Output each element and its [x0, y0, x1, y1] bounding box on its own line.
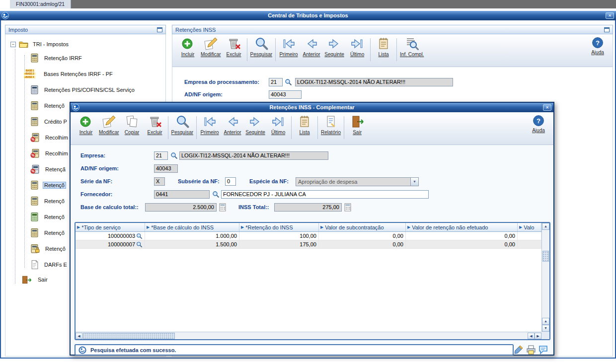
- cell-base-calculo[interactable]: 1.500,00: [145, 240, 239, 248]
- search-small-icon[interactable]: [136, 241, 143, 248]
- ultimo-button[interactable]: Último: [346, 36, 369, 58]
- last-icon: [350, 36, 365, 51]
- especie-select[interactable]: Apropriação de despesa ▼: [296, 177, 419, 186]
- cell-subcontratacao[interactable]: 0,00: [319, 240, 406, 248]
- cell-tipo-servico[interactable]: 100000003: [76, 232, 145, 240]
- inf-compl-button[interactable]: Inf. Compl.: [398, 36, 425, 58]
- scroll-up-icon[interactable]: ▲: [542, 223, 549, 230]
- tree-root-label: TRI - Impostos: [31, 41, 70, 48]
- empresa-name-field[interactable]: LOGIX-TI12-MSSQL-2014 NÃO ALTERAR!!!: [179, 151, 328, 160]
- vertical-scrollbar[interactable]: ▲ ▲ ▼: [541, 223, 549, 332]
- ultimo-button[interactable]: Último: [267, 114, 290, 136]
- chevron-down-icon[interactable]: ▼: [410, 178, 418, 186]
- cell-retencao-nao-efetuado[interactable]: 0,00: [406, 232, 518, 240]
- edit-pencil-icon[interactable]: [514, 345, 524, 355]
- seguinte-button[interactable]: Seguinte: [323, 36, 346, 58]
- adnf-field[interactable]: 40043: [154, 164, 178, 173]
- calculator-button-icon[interactable]: [219, 203, 227, 212]
- adnf-row: AD/NF origem: 40043: [71, 164, 553, 174]
- lookup-search-icon[interactable]: [285, 78, 292, 86]
- scroll-up-icon[interactable]: ▲: [542, 318, 549, 325]
- previous-icon: [304, 36, 319, 51]
- column-header-base-calculo[interactable]: ▶*Base de cálculo do INSS: [145, 223, 239, 231]
- primeiro-button[interactable]: Primeiro: [277, 36, 300, 58]
- main-titlebar[interactable]: Central de Tributos e Impostos ✕: [0, 11, 616, 20]
- calculator-button-icon[interactable]: [344, 203, 352, 212]
- cell-retencao[interactable]: 175,00: [239, 240, 319, 248]
- copiar-button[interactable]: Copiar: [121, 114, 144, 136]
- incluir-button[interactable]: Incluir: [176, 36, 199, 58]
- excluir-button[interactable]: Excluir: [223, 36, 245, 58]
- table-row[interactable]: 100000003 1.000,00 100,00 0,00 0,00: [76, 232, 541, 240]
- anterior-button[interactable]: Anterior: [300, 36, 323, 58]
- lista-button[interactable]: Lista: [372, 36, 395, 58]
- message-bubble-icon[interactable]: [539, 345, 548, 355]
- scroll-down-icon[interactable]: ▼: [542, 325, 549, 332]
- cell-retencao-nao-efetuado[interactable]: 0,00: [406, 240, 518, 248]
- pesquisar-button[interactable]: Pesquisar: [249, 36, 274, 58]
- cell-valo[interactable]: [518, 232, 541, 240]
- serie-field[interactable]: X: [154, 177, 165, 186]
- fornecedor-name-field[interactable]: FORNECEDOR PJ - JULIANA CA: [221, 190, 429, 199]
- subserie-field[interactable]: 0: [225, 177, 236, 186]
- seguinte-button[interactable]: Seguinte: [244, 114, 267, 136]
- cell-base-calculo[interactable]: 1.000,00: [145, 232, 239, 240]
- modificar-button[interactable]: Modificar: [97, 114, 121, 136]
- column-header-subcontratacao[interactable]: ▶Valor de subcontratação: [319, 223, 406, 231]
- session-tab[interactable]: FIN30001:admlog/21: [10, 0, 71, 8]
- panel-restore-icon[interactable]: [604, 27, 610, 32]
- empresa-code-field[interactable]: 21: [269, 78, 283, 86]
- adnf-origem-field[interactable]: 40043: [269, 90, 302, 99]
- empresa-name-field[interactable]: LOGIX-TI12-MSSQL-2014 NÃO ALTERAR!!!: [295, 78, 453, 86]
- calculator-icon: [30, 228, 39, 238]
- excluir-button[interactable]: Excluir: [144, 114, 166, 136]
- sidebar-item-bases-retencoes[interactable]: BASE 1 +BASE 2 +BASE 4 Bases Retenções I…: [5, 66, 165, 82]
- anterior-button[interactable]: Anterior: [221, 114, 244, 136]
- close-icon[interactable]: ✕: [543, 104, 551, 111]
- ajuda-button[interactable]: ? Ajuda: [528, 114, 549, 133]
- lista-button[interactable]: Lista: [293, 114, 316, 136]
- column-header-retencao[interactable]: ▶*Retenção do INSS: [239, 223, 319, 231]
- inss-total-field[interactable]: 275,00: [274, 203, 342, 212]
- sidebar-item-retencao-irrf[interactable]: Retenção IRRF: [5, 50, 165, 66]
- search-small-icon[interactable]: [136, 233, 143, 239]
- horizontal-scroll-thumb[interactable]: [83, 333, 175, 339]
- calculator-icon: [30, 101, 39, 111]
- cell-tipo-servico[interactable]: 100000007: [76, 240, 145, 248]
- tree-item-label: Recolhim: [44, 134, 70, 141]
- window-title: Central de Tributos e Impostos: [0, 11, 616, 20]
- cell-retencao[interactable]: 100,00: [239, 232, 319, 240]
- ajuda-button[interactable]: ? Ajuda: [587, 36, 609, 55]
- base-total-field[interactable]: 2.500,00: [145, 203, 217, 212]
- svg-text:+BASE 4: +BASE 4: [24, 76, 34, 78]
- column-header-retencao-nao-efetuado[interactable]: ▶Valor de retenção não efetuado: [406, 223, 518, 231]
- scroll-left-icon[interactable]: ◀: [76, 333, 82, 339]
- lookup-search-icon[interactable]: [170, 152, 178, 159]
- table-row[interactable]: 100000007 1.500,00 175,00 0,00 0,00: [76, 240, 541, 249]
- scroll-left-icon[interactable]: ◀: [528, 333, 535, 339]
- scroll-right-icon[interactable]: ▶: [535, 333, 541, 339]
- collapse-icon[interactable]: −: [10, 42, 16, 47]
- horizontal-scrollbar[interactable]: ◀ ◀ ▶: [76, 332, 541, 339]
- modal-titlebar[interactable]: Retenções INSS - Complementar ✕: [71, 103, 553, 112]
- panel-restore-icon[interactable]: [157, 27, 162, 32]
- close-icon[interactable]: ✕: [606, 12, 614, 19]
- cell-valo[interactable]: [518, 240, 541, 248]
- tree-root-impostos[interactable]: − TRI - Impostos: [5, 38, 165, 50]
- screen: FIN30001:admlog/21 Central de Tributos e…: [0, 0, 616, 364]
- primeiro-button[interactable]: Primeiro: [198, 114, 221, 136]
- lookup-search-icon[interactable]: [212, 191, 220, 198]
- incluir-button[interactable]: Incluir: [75, 114, 97, 136]
- print-icon[interactable]: [526, 345, 536, 355]
- sidebar-item-retencoes-pis-cofins[interactable]: Retenções PIS/COFINS/CSL Serviço: [5, 82, 165, 98]
- vertical-scroll-thumb[interactable]: [542, 251, 549, 262]
- relatorio-button[interactable]: Relatório: [319, 114, 342, 136]
- modificar-button[interactable]: Modificar: [199, 36, 223, 58]
- fornecedor-code-field[interactable]: 0441: [154, 190, 210, 199]
- cell-subcontratacao[interactable]: 0,00: [319, 232, 406, 240]
- sair-button[interactable]: Sair: [346, 114, 369, 136]
- column-header-tipo-servico[interactable]: ▶*Tipo de serviço: [76, 223, 145, 231]
- empresa-code-field[interactable]: 21: [154, 151, 168, 160]
- pesquisar-button[interactable]: Pesquisar: [170, 114, 195, 136]
- column-header-valo[interactable]: ▶Valo: [518, 223, 541, 231]
